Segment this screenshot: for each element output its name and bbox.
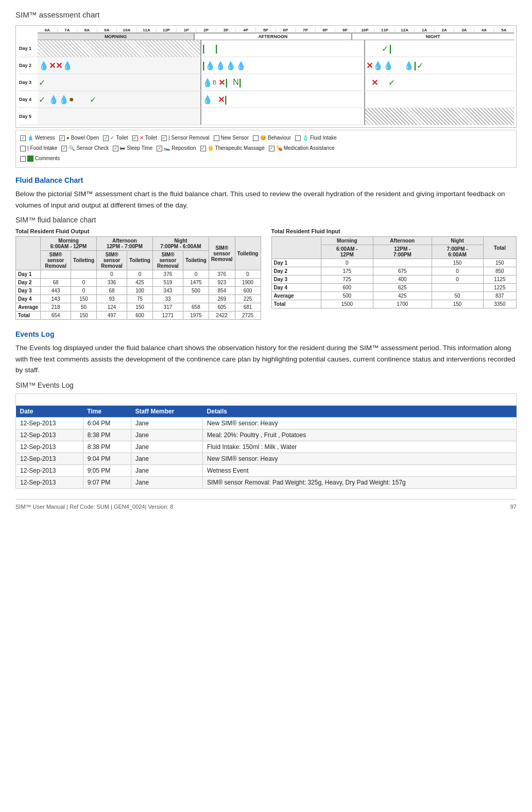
therapeutic-icon: 🖐 xyxy=(208,144,214,153)
night-period: NIGHT xyxy=(352,33,514,40)
output-n-toilet: 500 xyxy=(183,287,209,295)
new-sensor-checkbox xyxy=(214,135,219,141)
event-time: 8:38 PM xyxy=(83,429,131,441)
wetness-drop-icon: 💧 xyxy=(27,133,33,143)
legend-therapeutic: 🖐 Therapeutic Massage xyxy=(200,144,265,153)
afternoon-period: AFTERNOON xyxy=(195,33,352,40)
event-time: 8:38 PM xyxy=(83,441,131,453)
output-m-sensor: 443 xyxy=(41,287,71,295)
footer-right: 97 xyxy=(510,504,517,510)
fluid-balance-description: Below the pictorial SIM™ assessment char… xyxy=(15,188,517,211)
chart-row-day1: Day 1 | | ✓ | xyxy=(18,40,514,57)
time-12p: 12P xyxy=(157,28,177,32)
output-toilet-total: 2725 xyxy=(235,312,261,320)
legend-fluid-intake: 🧴 Fluid Intake xyxy=(295,133,337,143)
time-10a: 10A xyxy=(117,28,137,32)
sleep-time-checkbox xyxy=(113,146,118,151)
input-morning: 0 xyxy=(321,259,373,267)
day1-night-check: ✓ xyxy=(382,44,388,54)
events-col-details: Details xyxy=(203,405,517,417)
output-row-label: Average xyxy=(16,303,41,312)
wetness-label: Wetness xyxy=(35,133,55,143)
day3-n-check: ✓ xyxy=(388,78,395,88)
legend-toilet-red: ✕ Toilet xyxy=(132,133,157,143)
sensor-check-checkbox xyxy=(61,146,67,151)
input-subh-morning: 6:00AM -12PM xyxy=(321,245,373,259)
bowel-label: Bowel Open xyxy=(71,133,99,143)
day2-n-drop2: 💧 xyxy=(383,61,393,71)
fluid-output-table-section: Total Resident Fluid Output Morning6:00A… xyxy=(15,228,261,320)
event-details: SIM® sensor Removal: Pad Weight: 325g, H… xyxy=(203,476,517,488)
output-col-night: Night7:00PM - 6:00AM xyxy=(152,237,209,251)
day1-afternoon-bar2: | xyxy=(215,43,218,54)
event-staff: Jane xyxy=(131,476,202,488)
day2-m-drop3: 💧 xyxy=(62,61,73,71)
output-a-sensor: 124 xyxy=(97,303,127,312)
output-sensor-total: 269 xyxy=(209,295,235,303)
output-subh-a-toilet: Toileting xyxy=(127,251,153,270)
event-time: 9:05 PM xyxy=(83,464,131,476)
event-details: New SIM® sensor: Heavy xyxy=(203,453,517,464)
medication-label: Medication Assistance xyxy=(284,144,335,153)
day3-a-bar2: | xyxy=(239,77,242,88)
events-log-row: 12-Sep-2013 9:04 PM Jane New SIM® sensor… xyxy=(16,453,517,464)
assessment-chart: 6A 7A 8A 9A 10A 11A 12P 1P 2P 3P 4P 5P 6… xyxy=(15,25,517,128)
bowel-checkbox xyxy=(59,135,65,141)
events-col-date: Date xyxy=(16,405,83,417)
legend-bowel: ● Bowel Open xyxy=(59,133,99,143)
input-morning: 500 xyxy=(321,292,373,300)
input-night: 0 xyxy=(432,275,483,284)
fluid-balance-subsection-title: SIM™ fluid balance chart xyxy=(15,216,517,224)
events-log-header: 12-Sep-2013 SIM™ Assessment xyxy=(16,393,517,405)
day2-a-drop3: 💧 xyxy=(226,61,236,71)
legend-behaviour: 😊 Behaviour xyxy=(253,133,291,143)
input-table-row: Day 4 600 625 1225 xyxy=(271,284,517,292)
events-log-description: The Events log displayed under the fluid… xyxy=(15,342,517,376)
event-staff: Jane xyxy=(131,464,202,476)
day2-a-drop2: 💧 xyxy=(215,61,226,71)
toilet-red-checkbox xyxy=(132,135,138,141)
time-8a: 8A xyxy=(77,28,97,32)
events-log-label-header: SIM™ Assessment xyxy=(63,396,118,403)
toilet-red-label: Toilet xyxy=(145,133,157,143)
input-afternoon: 675 xyxy=(373,267,432,275)
output-subh-n-sensor: SIM® sensorRemoval xyxy=(152,251,183,270)
input-morning: 600 xyxy=(321,284,373,292)
event-date: 12-Sep-2013 xyxy=(16,476,83,488)
event-details: Meal: 20%: Poultry , Fruit , Potatoes xyxy=(203,429,517,441)
input-col-total: Total xyxy=(483,237,516,259)
input-row-label: Average xyxy=(271,292,321,300)
time-7a: 7A xyxy=(58,28,78,32)
output-subh-m-sensor: SIM® sensorRemoval xyxy=(41,251,71,270)
reposition-checkbox xyxy=(157,146,162,151)
footer-left: SIM™ User Manual | Ref Code: SUM | GEN4_… xyxy=(15,504,173,510)
sensor-removal-checkbox xyxy=(161,135,167,141)
event-date: 12-Sep-2013 xyxy=(16,453,83,464)
input-table-row: Average 500 425 50 837 xyxy=(271,292,517,300)
legend-food-intake: | Food Intake xyxy=(20,144,57,153)
output-m-sensor xyxy=(41,270,71,279)
chart-row-day4: Day 4 ✓ 💧 💧 ● ✓ 💧 ✕| xyxy=(18,91,514,108)
output-row-label: Total xyxy=(16,312,41,320)
event-staff: Jane xyxy=(131,453,202,464)
medication-icon: 💊 xyxy=(276,144,282,153)
event-date: 12-Sep-2013 xyxy=(16,464,83,476)
output-a-sensor: 93 xyxy=(97,295,127,303)
day4-m-drop2: 💧 xyxy=(59,95,69,105)
fluid-intake-icon: 🧴 xyxy=(302,133,308,143)
output-m-sensor: 143 xyxy=(41,295,71,303)
output-sensor-total: 854 xyxy=(209,287,235,295)
input-row-label: Day 1 xyxy=(271,259,321,267)
sensor-removal-bar-icon: | xyxy=(168,133,170,143)
page-footer: SIM™ User Manual | Ref Code: SUM | GEN4_… xyxy=(15,499,517,510)
input-row-label: Day 4 xyxy=(271,284,321,292)
input-total: 3350 xyxy=(483,300,516,308)
events-log-row: 12-Sep-2013 8:38 PM Jane Meal: 20%: Poul… xyxy=(16,429,517,441)
period-labels: MORNING AFTERNOON NIGHT xyxy=(38,33,514,40)
output-table-row: Day 1 0 0 376 0 376 0 xyxy=(16,270,261,279)
output-n-sensor: 519 xyxy=(152,279,183,287)
toilet-green-checkbox xyxy=(103,135,109,141)
event-time: 9:04 PM xyxy=(83,453,131,464)
output-col-blank xyxy=(16,237,41,270)
time-7p: 7P xyxy=(296,28,316,32)
